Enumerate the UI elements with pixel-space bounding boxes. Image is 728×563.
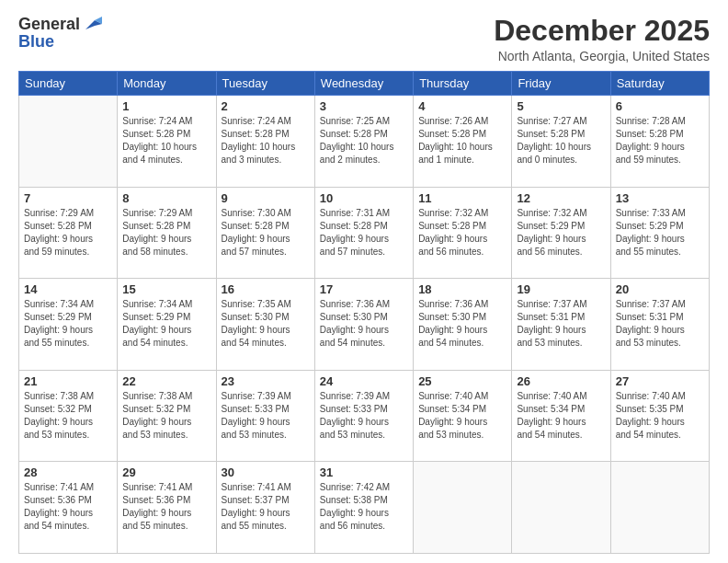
day-info: Sunrise: 7:39 AM Sunset: 5:33 PM Dayligh… bbox=[320, 390, 408, 442]
logo-bird-icon bbox=[82, 17, 102, 33]
day-number: 29 bbox=[122, 465, 210, 479]
day-number: 4 bbox=[418, 99, 506, 113]
day-info: Sunrise: 7:29 AM Sunset: 5:28 PM Dayligh… bbox=[24, 207, 112, 259]
day-info: Sunrise: 7:32 AM Sunset: 5:29 PM Dayligh… bbox=[517, 207, 605, 259]
day-number: 6 bbox=[616, 99, 704, 113]
logo-general: General bbox=[18, 15, 80, 34]
day-info: Sunrise: 7:40 AM Sunset: 5:34 PM Dayligh… bbox=[418, 390, 506, 442]
weekday-header-row: Sunday Monday Tuesday Wednesday Thursday… bbox=[19, 72, 710, 96]
day-number: 12 bbox=[517, 191, 605, 205]
day-info: Sunrise: 7:35 AM Sunset: 5:30 PM Dayligh… bbox=[222, 298, 310, 350]
day-number: 30 bbox=[222, 465, 310, 479]
day-info: Sunrise: 7:27 AM Sunset: 5:28 PM Dayligh… bbox=[517, 115, 605, 167]
calendar-cell: 24Sunrise: 7:39 AM Sunset: 5:33 PM Dayli… bbox=[314, 370, 413, 462]
day-number: 27 bbox=[616, 374, 704, 388]
day-info: Sunrise: 7:34 AM Sunset: 5:29 PM Dayligh… bbox=[24, 298, 112, 350]
calendar-cell: 10Sunrise: 7:31 AM Sunset: 5:28 PM Dayli… bbox=[314, 187, 413, 279]
calendar-cell: 4Sunrise: 7:26 AM Sunset: 5:28 PM Daylig… bbox=[414, 96, 512, 188]
header-tuesday: Tuesday bbox=[216, 72, 314, 96]
calendar-cell: 18Sunrise: 7:36 AM Sunset: 5:30 PM Dayli… bbox=[414, 279, 512, 371]
calendar-cell: 26Sunrise: 7:40 AM Sunset: 5:34 PM Dayli… bbox=[512, 370, 610, 462]
day-number: 11 bbox=[418, 191, 506, 205]
logo-blue: Blue bbox=[18, 32, 54, 52]
day-info: Sunrise: 7:37 AM Sunset: 5:31 PM Dayligh… bbox=[616, 298, 704, 350]
day-info: Sunrise: 7:30 AM Sunset: 5:28 PM Dayligh… bbox=[222, 207, 310, 259]
calendar-cell bbox=[414, 462, 512, 554]
day-number: 17 bbox=[320, 282, 408, 296]
day-number: 14 bbox=[24, 282, 112, 296]
calendar-cell: 15Sunrise: 7:34 AM Sunset: 5:29 PM Dayli… bbox=[118, 279, 216, 371]
calendar-cell: 19Sunrise: 7:37 AM Sunset: 5:31 PM Dayli… bbox=[512, 279, 610, 371]
day-number: 15 bbox=[122, 282, 210, 296]
day-info: Sunrise: 7:33 AM Sunset: 5:29 PM Dayligh… bbox=[616, 207, 704, 259]
calendar-cell bbox=[610, 462, 709, 554]
day-info: Sunrise: 7:25 AM Sunset: 5:28 PM Dayligh… bbox=[320, 115, 408, 167]
day-number: 28 bbox=[24, 465, 112, 479]
main-title: December 2025 bbox=[494, 15, 710, 47]
day-number: 24 bbox=[320, 374, 408, 388]
day-info: Sunrise: 7:36 AM Sunset: 5:30 PM Dayligh… bbox=[418, 298, 506, 350]
calendar-cell: 31Sunrise: 7:42 AM Sunset: 5:38 PM Dayli… bbox=[314, 462, 413, 554]
calendar-cell: 14Sunrise: 7:34 AM Sunset: 5:29 PM Dayli… bbox=[19, 279, 118, 371]
day-number: 20 bbox=[616, 282, 704, 296]
calendar-cell bbox=[512, 462, 610, 554]
header-wednesday: Wednesday bbox=[314, 72, 413, 96]
calendar-cell: 7Sunrise: 7:29 AM Sunset: 5:28 PM Daylig… bbox=[19, 187, 118, 279]
day-number: 5 bbox=[517, 99, 605, 113]
day-number: 8 bbox=[122, 191, 210, 205]
page: General Blue December 2025 North Atlanta… bbox=[0, 0, 728, 563]
header: General Blue December 2025 North Atlanta… bbox=[18, 15, 710, 63]
header-sunday: Sunday bbox=[19, 72, 118, 96]
day-info: Sunrise: 7:40 AM Sunset: 5:35 PM Dayligh… bbox=[616, 390, 704, 442]
calendar-cell: 28Sunrise: 7:41 AM Sunset: 5:36 PM Dayli… bbox=[19, 462, 118, 554]
header-saturday: Saturday bbox=[610, 72, 709, 96]
calendar-cell: 1Sunrise: 7:24 AM Sunset: 5:28 PM Daylig… bbox=[118, 96, 216, 188]
day-info: Sunrise: 7:32 AM Sunset: 5:28 PM Dayligh… bbox=[418, 207, 506, 259]
calendar-week-row: 21Sunrise: 7:38 AM Sunset: 5:32 PM Dayli… bbox=[19, 370, 710, 462]
calendar-cell: 2Sunrise: 7:24 AM Sunset: 5:28 PM Daylig… bbox=[216, 96, 314, 188]
calendar-cell: 16Sunrise: 7:35 AM Sunset: 5:30 PM Dayli… bbox=[216, 279, 314, 371]
day-info: Sunrise: 7:36 AM Sunset: 5:30 PM Dayligh… bbox=[320, 298, 408, 350]
calendar-cell: 8Sunrise: 7:29 AM Sunset: 5:28 PM Daylig… bbox=[118, 187, 216, 279]
day-number: 18 bbox=[418, 282, 506, 296]
calendar-week-row: 1Sunrise: 7:24 AM Sunset: 5:28 PM Daylig… bbox=[19, 96, 710, 188]
day-info: Sunrise: 7:39 AM Sunset: 5:33 PM Dayligh… bbox=[222, 390, 310, 442]
calendar-cell bbox=[19, 96, 118, 188]
header-monday: Monday bbox=[118, 72, 216, 96]
day-info: Sunrise: 7:42 AM Sunset: 5:38 PM Dayligh… bbox=[320, 481, 408, 533]
day-number: 21 bbox=[24, 374, 112, 388]
day-number: 16 bbox=[222, 282, 310, 296]
day-info: Sunrise: 7:41 AM Sunset: 5:37 PM Dayligh… bbox=[222, 481, 310, 533]
title-block: December 2025 North Atlanta, Georgia, Un… bbox=[494, 15, 710, 63]
day-info: Sunrise: 7:26 AM Sunset: 5:28 PM Dayligh… bbox=[418, 115, 506, 167]
day-number: 26 bbox=[517, 374, 605, 388]
day-info: Sunrise: 7:34 AM Sunset: 5:29 PM Dayligh… bbox=[122, 298, 210, 350]
calendar-cell: 29Sunrise: 7:41 AM Sunset: 5:36 PM Dayli… bbox=[118, 462, 216, 554]
calendar-cell: 6Sunrise: 7:28 AM Sunset: 5:28 PM Daylig… bbox=[610, 96, 709, 188]
calendar-cell: 17Sunrise: 7:36 AM Sunset: 5:30 PM Dayli… bbox=[314, 279, 413, 371]
calendar-cell: 12Sunrise: 7:32 AM Sunset: 5:29 PM Dayli… bbox=[512, 187, 610, 279]
day-info: Sunrise: 7:40 AM Sunset: 5:34 PM Dayligh… bbox=[517, 390, 605, 442]
day-info: Sunrise: 7:37 AM Sunset: 5:31 PM Dayligh… bbox=[517, 298, 605, 350]
day-info: Sunrise: 7:41 AM Sunset: 5:36 PM Dayligh… bbox=[24, 481, 112, 533]
logo: General Blue bbox=[18, 15, 102, 52]
day-info: Sunrise: 7:38 AM Sunset: 5:32 PM Dayligh… bbox=[122, 390, 210, 442]
subtitle: North Atlanta, Georgia, United States bbox=[494, 49, 710, 63]
calendar-week-row: 7Sunrise: 7:29 AM Sunset: 5:28 PM Daylig… bbox=[19, 187, 710, 279]
day-number: 3 bbox=[320, 99, 408, 113]
day-info: Sunrise: 7:24 AM Sunset: 5:28 PM Dayligh… bbox=[222, 115, 310, 167]
calendar-week-row: 28Sunrise: 7:41 AM Sunset: 5:36 PM Dayli… bbox=[19, 462, 710, 554]
day-number: 23 bbox=[222, 374, 310, 388]
calendar-cell: 23Sunrise: 7:39 AM Sunset: 5:33 PM Dayli… bbox=[216, 370, 314, 462]
calendar-table: Sunday Monday Tuesday Wednesday Thursday… bbox=[18, 71, 710, 554]
calendar-cell: 9Sunrise: 7:30 AM Sunset: 5:28 PM Daylig… bbox=[216, 187, 314, 279]
header-thursday: Thursday bbox=[414, 72, 512, 96]
calendar-cell: 5Sunrise: 7:27 AM Sunset: 5:28 PM Daylig… bbox=[512, 96, 610, 188]
day-info: Sunrise: 7:41 AM Sunset: 5:36 PM Dayligh… bbox=[122, 481, 210, 533]
day-info: Sunrise: 7:38 AM Sunset: 5:32 PM Dayligh… bbox=[24, 390, 112, 442]
calendar-cell: 22Sunrise: 7:38 AM Sunset: 5:32 PM Dayli… bbox=[118, 370, 216, 462]
day-info: Sunrise: 7:29 AM Sunset: 5:28 PM Dayligh… bbox=[122, 207, 210, 259]
day-number: 25 bbox=[418, 374, 506, 388]
day-number: 19 bbox=[517, 282, 605, 296]
calendar-cell: 11Sunrise: 7:32 AM Sunset: 5:28 PM Dayli… bbox=[414, 187, 512, 279]
